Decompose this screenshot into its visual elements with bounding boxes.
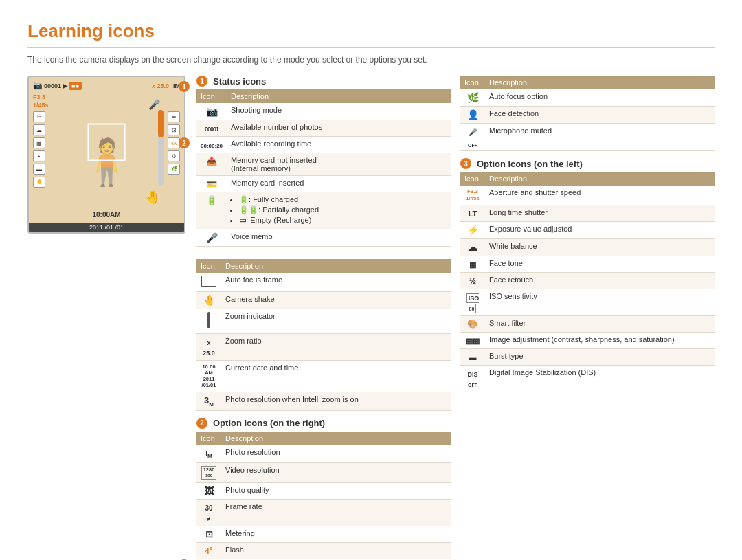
table-row: DISOFF Digital Image Stabilization (DIS) — [460, 365, 715, 392]
table-row: ▦▦ Image adjustment (contrast, sharpness… — [460, 332, 715, 348]
table-row: 💳 Memory card inserted — [196, 176, 451, 192]
section-option-left-title: 3 Option Icons (on the left) — [460, 158, 715, 169]
table-row: 4A Flash — [196, 543, 451, 559]
option-right-table: Icon Description IM Photo resolution 128… — [196, 432, 451, 560]
section-option-left: 3 Option Icons (on the left) Icon Descri… — [460, 158, 715, 392]
table-row: 10:00 AM2011 /01/01 Current date and tim… — [196, 361, 451, 392]
table-row: 00:00:20 Available recording time — [196, 137, 451, 153]
table-row: 🔋 🔋: Fully charged 🔋🔋: Partially charged… — [196, 192, 451, 229]
status-table: Icon Description 📷 Shooting mode 00001 A… — [196, 89, 451, 247]
page-subtitle: The icons the camera displays on the scr… — [27, 55, 715, 65]
middle-table: Icon Description Auto focus frame 🤚 Came… — [196, 259, 451, 411]
badge-1: 1 — [196, 76, 207, 87]
status-col-desc: Description — [227, 89, 451, 103]
table-row: ▦ Face tone — [460, 256, 715, 272]
table-row: 📤 Memory card not inserted(Internal memo… — [196, 153, 451, 176]
badge-3: 3 — [460, 158, 471, 169]
photo-count: 00001 — [44, 82, 61, 89]
shutter-display: 1/45s — [33, 102, 49, 110]
status-col-icon: Icon — [196, 89, 227, 103]
mid-col-desc: Description — [221, 259, 451, 273]
section-status: 1 Status icons Icon Description 📷 Shooti… — [196, 76, 451, 247]
er-col-desc: Description — [485, 76, 715, 89]
or-col-icon: Icon — [196, 432, 221, 445]
table-row: 🤚 Camera shake — [196, 292, 451, 309]
page-title: Learning icons — [27, 21, 715, 48]
table-row: ⊡ Metering — [196, 526, 451, 543]
fstop-display: F3.3 — [33, 93, 49, 102]
ol-col-desc: Description — [485, 172, 715, 186]
ol-col-icon: Icon — [460, 172, 485, 186]
section-middle: Icon Description Auto focus frame 🤚 Came… — [196, 259, 451, 411]
table-row: 00001 Available number of photos — [196, 120, 451, 137]
content-columns: 1 Status icons Icon Description 📷 Shooti… — [196, 76, 715, 560]
table-row: x 25.0 Zoom ratio — [196, 334, 451, 361]
table-row: 🖼 Photo quality — [196, 483, 451, 500]
table-row: F3.31/45s Aperture and shutter speed — [460, 186, 715, 205]
table-row: ISO80 ISO sensitivity — [460, 289, 715, 315]
table-row: 🎤 Voice memo — [196, 229, 451, 247]
mid-col-icon: Icon — [196, 259, 221, 273]
table-row: ▬ Burst type — [460, 348, 715, 365]
badge-2: 2 — [196, 418, 207, 429]
section-option-right-title: 2 Option Icons (on the right) — [196, 418, 451, 429]
option-left-table: Icon Description F3.31/45s Aperture and … — [460, 172, 715, 392]
zoom-display: x 25.0 — [152, 82, 169, 89]
table-row: 🎤OFF Microphone muted — [460, 124, 715, 151]
table-row: ⚡ Exposure value adjusted — [460, 221, 715, 238]
camera-diagram: 📷 00001 ▶ ■■ x 25.0 IM F3.3 1/45s ✂ ☁ ▦ — [27, 76, 186, 560]
table-row: Zoom indicator — [196, 309, 451, 334]
column-1: 1 Status icons Icon Description 📷 Shooti… — [196, 76, 451, 560]
section-option-right: 2 Option Icons (on the right) Icon Descr… — [196, 418, 451, 560]
table-row: 3M Photo resolution when Intelli zoom is… — [196, 392, 451, 411]
table-row: ☁ White balance — [460, 238, 715, 256]
table-row: LT Long time shutter — [460, 205, 715, 221]
camera-date: 2011 /01 /01 — [29, 223, 184, 232]
er-col-icon: Icon — [460, 76, 485, 89]
column-2: Icon Description 🌿 Auto focus option 👤 F… — [460, 76, 715, 560]
table-row: 30≠ Frame rate — [196, 500, 451, 526]
section-extra-right: Icon Description 🌿 Auto focus option 👤 F… — [460, 76, 715, 151]
or-col-desc: Description — [221, 432, 451, 445]
table-row: 🎨 Smart filter — [460, 315, 715, 332]
table-row: Auto focus frame — [196, 273, 451, 292]
table-row: 1280180 Video resolution — [196, 462, 451, 483]
table-row: 👤 Face detection — [460, 107, 715, 124]
marker-1: 1 — [179, 81, 190, 92]
extra-right-table: Icon Description 🌿 Auto focus option 👤 F… — [460, 76, 715, 151]
table-row: ½ Face retouch — [460, 272, 715, 289]
camera-time: 10:00AM — [29, 211, 184, 219]
section-status-title: 1 Status icons — [196, 76, 451, 87]
table-row: 📷 Shooting mode — [196, 103, 451, 120]
table-row: IM Photo resolution — [196, 445, 451, 463]
camera-screen: 📷 00001 ▶ ■■ x 25.0 IM F3.3 1/45s ✂ ☁ ▦ — [27, 76, 186, 234]
table-row: 🌿 Auto focus option — [460, 89, 715, 107]
marker-2: 2 — [179, 137, 190, 148]
